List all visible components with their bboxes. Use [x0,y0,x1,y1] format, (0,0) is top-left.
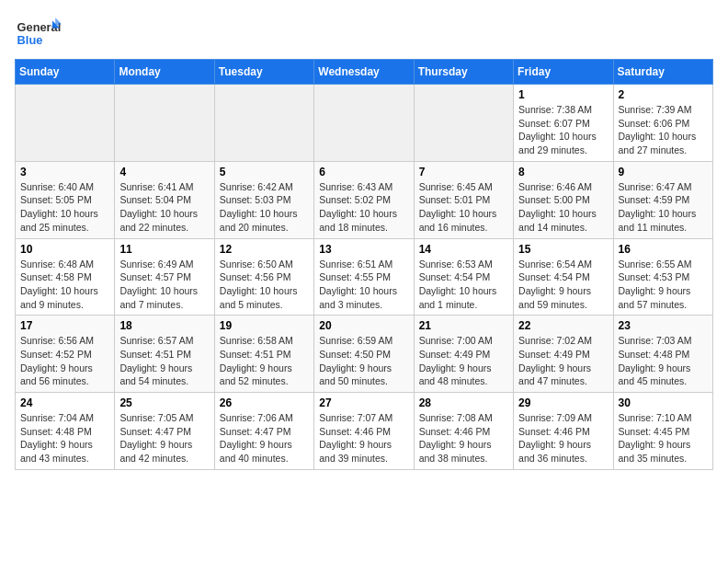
calendar-cell: 26Sunrise: 7:06 AMSunset: 4:47 PMDayligh… [214,393,313,470]
weekday-header-sunday: Sunday [16,60,115,85]
week-row-3: 10Sunrise: 6:48 AMSunset: 4:58 PMDayligh… [16,238,713,316]
calendar-cell: 20Sunrise: 6:59 AMSunset: 4:50 PMDayligh… [314,316,414,393]
week-row-5: 24Sunrise: 7:04 AMSunset: 4:48 PMDayligh… [16,393,713,470]
day-info: Sunrise: 6:45 AMSunset: 5:01 PMDaylight:… [419,180,508,235]
weekday-header-tuesday: Tuesday [214,60,313,85]
day-number: 3 [20,166,109,178]
day-info: Sunrise: 6:57 AMSunset: 4:51 PMDaylight:… [119,334,209,388]
day-info: Sunrise: 6:46 AMSunset: 5:00 PMDaylight:… [518,180,608,235]
day-number: 9 [619,166,708,178]
calendar-cell: 21Sunrise: 7:00 AMSunset: 4:49 PMDayligh… [414,316,513,393]
day-info: Sunrise: 6:59 AMSunset: 4:50 PMDaylight:… [319,334,408,388]
day-info: Sunrise: 6:50 AMSunset: 4:56 PMDaylight:… [220,258,309,312]
week-row-4: 17Sunrise: 6:56 AMSunset: 4:52 PMDayligh… [16,316,713,393]
day-info: Sunrise: 7:09 AMSunset: 4:46 PMDaylight:… [518,411,608,465]
page-header: General Blue [15,15,713,52]
day-number: 27 [319,396,408,409]
calendar-cell [16,85,115,162]
day-info: Sunrise: 6:58 AMSunset: 4:51 PMDaylight:… [220,334,309,388]
calendar-cell [214,85,313,162]
day-number: 11 [119,243,209,256]
calendar-cell: 11Sunrise: 6:49 AMSunset: 4:57 PMDayligh… [115,238,214,316]
day-number: 21 [419,319,508,332]
day-info: Sunrise: 7:07 AMSunset: 4:46 PMDaylight:… [319,411,408,465]
calendar-cell: 27Sunrise: 7:07 AMSunset: 4:46 PMDayligh… [314,393,414,470]
day-number: 1 [518,88,608,101]
day-number: 18 [119,319,209,332]
calendar-cell: 28Sunrise: 7:08 AMSunset: 4:46 PMDayligh… [414,393,513,470]
weekday-header-friday: Friday [514,60,613,85]
day-info: Sunrise: 6:41 AMSunset: 5:04 PMDaylight:… [119,180,209,235]
calendar-cell [314,85,414,162]
day-number: 17 [20,319,109,332]
day-number: 16 [619,243,708,256]
day-info: Sunrise: 6:55 AMSunset: 4:53 PMDaylight:… [619,258,708,312]
day-info: Sunrise: 6:43 AMSunset: 5:02 PMDaylight:… [319,180,408,235]
logo: General Blue [15,15,61,52]
day-number: 20 [319,319,408,332]
calendar-cell: 8Sunrise: 6:46 AMSunset: 5:00 PMDaylight… [514,161,613,238]
calendar-cell: 3Sunrise: 6:40 AMSunset: 5:05 PMDaylight… [16,161,115,238]
day-number: 8 [518,166,608,178]
calendar-table: SundayMondayTuesdayWednesdayThursdayFrid… [15,59,713,470]
calendar-cell: 7Sunrise: 6:45 AMSunset: 5:01 PMDaylight… [414,161,513,238]
day-number: 28 [419,396,508,409]
week-row-1: 1Sunrise: 7:38 AMSunset: 6:07 PMDaylight… [16,85,713,162]
day-info: Sunrise: 7:00 AMSunset: 4:49 PMDaylight:… [419,334,508,388]
calendar-cell: 18Sunrise: 6:57 AMSunset: 4:51 PMDayligh… [115,316,214,393]
calendar-cell: 6Sunrise: 6:43 AMSunset: 5:02 PMDaylight… [314,161,414,238]
calendar-cell: 29Sunrise: 7:09 AMSunset: 4:46 PMDayligh… [514,393,613,470]
calendar-cell: 2Sunrise: 7:39 AMSunset: 6:06 PMDaylight… [613,85,712,162]
calendar-cell: 4Sunrise: 6:41 AMSunset: 5:04 PMDaylight… [115,161,214,238]
calendar-cell: 14Sunrise: 6:53 AMSunset: 4:54 PMDayligh… [414,238,513,316]
calendar-cell: 12Sunrise: 6:50 AMSunset: 4:56 PMDayligh… [214,238,313,316]
day-info: Sunrise: 7:02 AMSunset: 4:49 PMDaylight:… [518,334,608,388]
day-number: 5 [220,166,309,178]
calendar-cell: 19Sunrise: 6:58 AMSunset: 4:51 PMDayligh… [214,316,313,393]
day-info: Sunrise: 6:49 AMSunset: 4:57 PMDaylight:… [119,258,209,312]
calendar-cell: 5Sunrise: 6:42 AMSunset: 5:03 PMDaylight… [214,161,313,238]
day-info: Sunrise: 7:08 AMSunset: 4:46 PMDaylight:… [419,411,508,465]
day-number: 10 [20,243,109,256]
day-number: 23 [619,319,708,332]
weekday-header-saturday: Saturday [613,60,712,85]
calendar-cell: 13Sunrise: 6:51 AMSunset: 4:55 PMDayligh… [314,238,414,316]
day-info: Sunrise: 7:05 AMSunset: 4:47 PMDaylight:… [119,411,209,465]
day-info: Sunrise: 6:40 AMSunset: 5:05 PMDaylight:… [20,180,109,235]
calendar-cell: 15Sunrise: 6:54 AMSunset: 4:54 PMDayligh… [514,238,613,316]
day-info: Sunrise: 6:54 AMSunset: 4:54 PMDaylight:… [518,258,608,312]
day-number: 24 [20,396,109,409]
day-info: Sunrise: 7:38 AMSunset: 6:07 PMDaylight:… [518,103,608,157]
calendar-cell: 17Sunrise: 6:56 AMSunset: 4:52 PMDayligh… [16,316,115,393]
day-number: 6 [319,166,408,178]
day-number: 29 [518,396,608,409]
day-number: 25 [119,396,209,409]
calendar-cell: 1Sunrise: 7:38 AMSunset: 6:07 PMDaylight… [514,85,613,162]
day-number: 13 [319,243,408,256]
day-info: Sunrise: 6:47 AMSunset: 4:59 PMDaylight:… [619,180,708,235]
calendar-cell: 10Sunrise: 6:48 AMSunset: 4:58 PMDayligh… [16,238,115,316]
day-number: 4 [119,166,209,178]
calendar-cell: 25Sunrise: 7:05 AMSunset: 4:47 PMDayligh… [115,393,214,470]
day-info: Sunrise: 6:48 AMSunset: 4:58 PMDaylight:… [20,258,109,312]
day-info: Sunrise: 6:53 AMSunset: 4:54 PMDaylight:… [419,258,508,312]
day-info: Sunrise: 6:51 AMSunset: 4:55 PMDaylight:… [319,258,408,312]
day-number: 22 [518,319,608,332]
day-number: 7 [419,166,508,178]
day-number: 2 [619,88,708,101]
weekday-header-thursday: Thursday [414,60,513,85]
day-number: 15 [518,243,608,256]
day-info: Sunrise: 7:06 AMSunset: 4:47 PMDaylight:… [220,411,309,465]
svg-text:Blue: Blue [17,33,43,47]
weekday-header-monday: Monday [115,60,214,85]
calendar-cell: 24Sunrise: 7:04 AMSunset: 4:48 PMDayligh… [16,393,115,470]
calendar-cell: 30Sunrise: 7:10 AMSunset: 4:45 PMDayligh… [613,393,712,470]
calendar-cell [414,85,513,162]
calendar-cell [115,85,214,162]
day-number: 19 [220,319,309,332]
day-number: 26 [220,396,309,409]
day-number: 14 [419,243,508,256]
day-info: Sunrise: 7:10 AMSunset: 4:45 PMDaylight:… [619,411,708,465]
day-info: Sunrise: 6:56 AMSunset: 4:52 PMDaylight:… [20,334,109,388]
day-info: Sunrise: 7:39 AMSunset: 6:06 PMDaylight:… [619,103,708,157]
